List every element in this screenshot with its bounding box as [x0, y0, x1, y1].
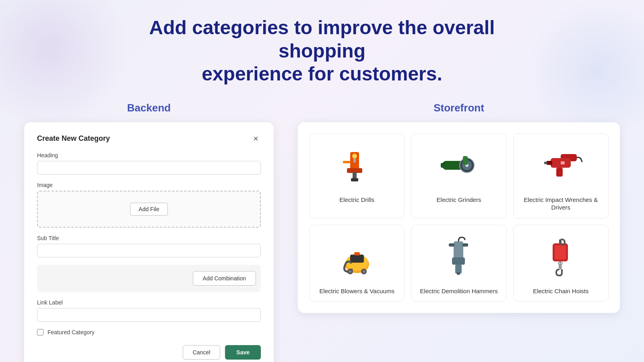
category-item-electric-grinders[interactable]: Electric Grinders: [411, 134, 506, 218]
svg-rect-3: [351, 178, 358, 181]
category-image-electric-grinders: [435, 142, 483, 190]
svg-rect-22: [354, 252, 360, 255]
svg-rect-31: [449, 243, 454, 247]
category-item-electric-impact-wrenches[interactable]: Electric Impact Wrenches & Drivers: [513, 134, 609, 218]
heading-input[interactable]: [37, 161, 261, 175]
category-name-electric-drills: Electric Drills: [339, 196, 374, 204]
category-item-electric-drills[interactable]: Electric Drills: [309, 134, 405, 218]
save-button[interactable]: Save: [225, 345, 261, 360]
add-combination-button[interactable]: Add Combination: [193, 271, 256, 286]
category-grid: Electric Drills: [309, 134, 609, 302]
card-header: Create New Category ×: [37, 134, 261, 144]
image-label: Image: [37, 182, 261, 188]
card-title: Create New Category: [37, 134, 110, 143]
svg-rect-39: [561, 269, 563, 273]
heading-label: Heading: [37, 152, 261, 158]
link-label-input[interactable]: [37, 308, 261, 322]
backend-column: Backend Create New Category × Heading Im…: [24, 102, 274, 362]
featured-category-checkbox[interactable]: [37, 329, 43, 335]
impact-wrench-icon: [539, 144, 583, 188]
category-image-electric-chain-hoists: [537, 233, 585, 282]
backend-label: Backend: [24, 102, 274, 114]
storefront-card: Electric Drills: [298, 122, 620, 313]
add-file-button[interactable]: Add File: [130, 203, 167, 216]
storefront-label: Storefront: [298, 102, 620, 114]
close-button[interactable]: ×: [251, 134, 261, 144]
svg-rect-18: [544, 162, 547, 164]
category-name-electric-impact-wrenches: Electric Impact Wrenches & Drivers: [520, 196, 602, 212]
image-field-group: Image Add File: [37, 182, 261, 228]
subtitle-input[interactable]: [37, 244, 261, 257]
category-name-electric-chain-hoists: Electric Chain Hoists: [533, 287, 588, 295]
svg-rect-28: [452, 257, 465, 265]
category-image-electric-blowers: [333, 233, 381, 282]
combination-section: Add Combination: [37, 265, 261, 292]
category-name-electric-demolition: Electric Demolition Hammers: [420, 287, 497, 295]
svg-rect-35: [559, 239, 561, 244]
link-label-label: Link Label: [37, 299, 261, 306]
subtitle-label: Sub Title: [37, 235, 261, 241]
svg-point-25: [349, 270, 351, 273]
vacuum-icon: [335, 235, 379, 280]
cancel-button[interactable]: Cancel: [183, 345, 221, 360]
category-name-electric-grinders: Electric Grinders: [437, 196, 481, 204]
demolition-hammer-icon: [437, 235, 481, 280]
featured-category-label: Featured Category: [47, 329, 95, 335]
subtitle-field-group: Sub Title: [37, 235, 261, 257]
svg-rect-15: [556, 168, 563, 177]
svg-rect-17: [547, 161, 552, 165]
svg-rect-32: [462, 243, 468, 247]
svg-rect-11: [463, 156, 468, 165]
storefront-column: Storefront: [298, 102, 620, 313]
image-upload-area: Add File: [37, 191, 261, 228]
svg-rect-21: [350, 255, 364, 263]
category-image-electric-demolition: [435, 233, 483, 282]
featured-category-row: Featured Category: [37, 329, 261, 335]
chain-hoist-icon: [539, 235, 583, 280]
svg-point-26: [363, 270, 365, 273]
heading-field-group: Heading: [37, 152, 261, 175]
svg-rect-16: [561, 161, 565, 165]
link-label-field-group: Link Label: [37, 299, 261, 322]
create-category-card: Create New Category × Heading Image Add …: [24, 122, 274, 362]
svg-rect-34: [555, 245, 566, 259]
category-image-electric-drills: [333, 142, 381, 190]
page-heading: Add categories to improve the overall sh…: [141, 16, 503, 86]
grinder-icon: [437, 144, 481, 188]
category-item-electric-demolition[interactable]: Electric Demolition Hammers: [411, 225, 506, 302]
svg-rect-12: [441, 163, 445, 168]
category-item-electric-chain-hoists[interactable]: Electric Chain Hoists: [513, 225, 609, 302]
drill-icon: [335, 144, 379, 188]
svg-rect-30: [457, 272, 460, 275]
card-actions: Cancel Save: [37, 345, 261, 360]
svg-rect-29: [455, 265, 462, 274]
svg-rect-6: [353, 158, 356, 162]
svg-point-5: [352, 154, 357, 158]
svg-rect-4: [343, 161, 350, 163]
category-item-electric-blowers[interactable]: Electric Blowers & Vacuums: [309, 225, 405, 302]
category-name-electric-blowers: Electric Blowers & Vacuums: [319, 287, 394, 295]
category-image-electric-impact-wrenches: [537, 142, 585, 190]
